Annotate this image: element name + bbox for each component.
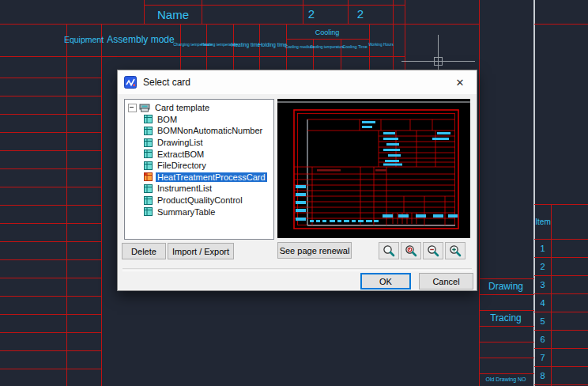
grid-line: [206, 24, 207, 75]
tree-item-label: BOMNonAutomaticNumber: [156, 126, 264, 135]
equipment-header: Equipment: [64, 35, 104, 44]
card-icon: [144, 138, 153, 147]
zoom-in-button[interactable]: [445, 242, 466, 259]
zoom-window-icon: [383, 244, 395, 257]
item-row: 2: [534, 257, 551, 275]
select-card-dialog: Select card ✕ Card template BOM BO: [117, 70, 477, 291]
zoom-window-button[interactable]: [379, 242, 399, 259]
zoom-in-icon: [449, 244, 462, 257]
tree-item[interactable]: InstrumentList: [125, 183, 273, 195]
item-row: 3: [534, 275, 551, 293]
dialog-titlebar[interactable]: Select card ✕: [118, 70, 477, 94]
grid-line: [144, 5, 405, 6]
card-icon: [144, 184, 153, 193]
card-icon: [144, 196, 153, 205]
grid-line: [405, 0, 405, 75]
item-row: 7: [534, 348, 551, 366]
crosshair-pickbox: [434, 57, 443, 66]
card-template-tree[interactable]: Card template BOM BOMNonAutomaticNumber …: [124, 99, 274, 240]
see-page-renewal-button[interactable]: See page renewal: [277, 242, 352, 259]
grid-line: [0, 56, 405, 57]
card-icon: [144, 127, 153, 135]
name-label: Name: [157, 8, 189, 21]
tree-item-label: ExtractBOM: [156, 149, 205, 159]
tree-item[interactable]: SummaryTable: [125, 206, 273, 218]
card-template-icon: [139, 104, 150, 112]
item-row: 8: [534, 366, 551, 384]
grid-line: [534, 204, 588, 205]
item-header: Item: [535, 218, 550, 226]
zoom-previous-button[interactable]: [401, 242, 421, 259]
cooling-time-header: Cooling Time: [342, 44, 368, 48]
card-icon: [144, 207, 153, 216]
grid-line: [303, 0, 303, 24]
import-export-button[interactable]: Import / Export: [168, 243, 234, 259]
tree-item[interactable]: ExtractBOM: [125, 148, 273, 160]
tree-item-label: ProductQualityControl: [156, 195, 244, 205]
grid-line: [202, 0, 202, 24]
delete-button[interactable]: Delete: [122, 243, 166, 259]
holding-time-header: Holding time: [258, 42, 287, 47]
cooling-header: Cooling: [315, 28, 340, 36]
tree-item[interactable]: ProductQualityControl: [125, 195, 273, 206]
item-row: 1: [534, 239, 551, 257]
tree-item[interactable]: BOM: [125, 114, 273, 126]
close-icon[interactable]: ✕: [443, 70, 477, 94]
zoom-previous-icon: [405, 244, 417, 257]
grid-line: [369, 24, 370, 75]
cancel-button[interactable]: Cancel: [419, 273, 473, 290]
grid-line: [393, 0, 394, 75]
grid-line: [479, 373, 534, 374]
grid-line: [101, 24, 102, 386]
tracing-label: Tracing: [490, 312, 522, 324]
zoom-out-button[interactable]: [423, 242, 443, 259]
cad-canvas: Name 2 2 Equipment Assembly mode Chargin…: [0, 0, 588, 386]
ok-button[interactable]: OK: [360, 273, 411, 290]
item-row: 5: [534, 312, 551, 330]
name-value-2: 2: [357, 7, 364, 21]
tree-item-selected[interactable]: HeatTreatmentProcessCard: [125, 172, 273, 184]
app-icon: [124, 76, 137, 89]
name-value-1: 2: [308, 7, 315, 21]
working-hours-header: Working Hours: [368, 43, 394, 47]
grid-line: [180, 24, 181, 75]
card-icon-selected: [144, 172, 153, 181]
card-preview: [277, 99, 470, 238]
tree-item-label: HeatTreatmentProcessCard: [156, 172, 267, 182]
heating-time-header: Heating time: [232, 42, 261, 47]
drawing-label: Drawing: [488, 281, 523, 292]
card-icon: [144, 149, 153, 158]
grid-line: [259, 24, 260, 75]
grid-line: [233, 24, 234, 75]
assembly-mode-header: Assembly mode: [107, 34, 174, 45]
collapse-icon[interactable]: [128, 104, 137, 112]
grid-line: [286, 39, 369, 40]
old-drawing-no-label: Old Drawing NO: [486, 377, 526, 382]
grid-line: [286, 24, 287, 75]
tree-root-label: Card template: [153, 103, 211, 112]
label-row-grid: [479, 278, 534, 373]
item-row: 6: [534, 330, 551, 348]
tree-item-label: DrawingList: [156, 138, 204, 147]
grid-line: [534, 24, 588, 25]
grid-line: [144, 0, 145, 24]
separator: [122, 268, 472, 271]
card-icon: [144, 161, 153, 170]
zoom-out-icon: [427, 244, 439, 257]
grid-line: [348, 0, 349, 24]
cooling-temp-header: Cooling temperature: [310, 45, 345, 49]
tree-item[interactable]: FileDirectory: [125, 160, 273, 172]
item-number-column: 1 2 3 4 5 6 7 8: [534, 239, 551, 386]
tree-item-label: InstrumentList: [156, 184, 213, 193]
row-grid: [0, 60, 101, 386]
tree-item[interactable]: BOMNonAutomaticNumber: [125, 125, 273, 137]
card-icon: [144, 115, 153, 123]
tree-root[interactable]: Card template: [125, 102, 273, 114]
grid-line: [0, 24, 479, 25]
dialog-title: Select card: [143, 77, 190, 88]
tree-item-label: FileDirectory: [156, 161, 208, 170]
tree-item-label: BOM: [156, 115, 179, 124]
item-row: 4: [534, 293, 551, 312]
card-preview-drawing: [277, 99, 470, 238]
tree-item[interactable]: DrawingList: [125, 137, 273, 149]
